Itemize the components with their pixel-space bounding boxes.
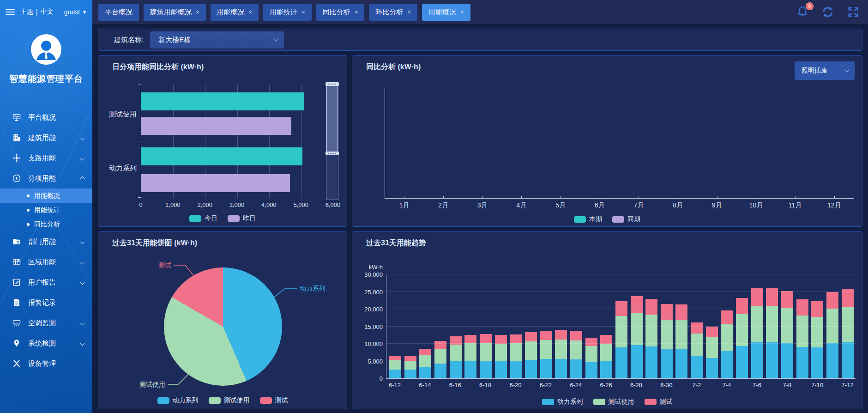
user-menu[interactable]: guest ▼ [64, 8, 87, 16]
sidebar-subitem-用能概况[interactable]: 用能概况 [0, 188, 92, 203]
segment-测试 [600, 335, 612, 344]
trend-bar-7-4[interactable] [721, 310, 733, 378]
legend-swatch [209, 397, 221, 404]
sidebar-item-平台概况[interactable]: 平台概况 [0, 107, 92, 128]
tab-环比分析[interactable]: 环比分析× [369, 4, 417, 21]
theme-label[interactable]: 主题 [20, 8, 33, 16]
trend-bar-7-7[interactable] [766, 288, 778, 378]
pie-chart[interactable] [164, 267, 282, 386]
segment-动力系列 [389, 370, 401, 379]
alarm-icon [12, 298, 21, 307]
x-slot: 7-6 [751, 382, 763, 389]
trend-bar-7-11[interactable] [826, 292, 838, 379]
datazoom-slider[interactable] [326, 84, 338, 200]
y-tick-label: 15,000 [364, 323, 383, 330]
trend-bar-6-22[interactable] [540, 331, 552, 379]
trend-bar-6-24[interactable] [570, 331, 582, 378]
tab-close-icon[interactable]: × [407, 9, 411, 16]
sidebar-item-label: 平台概况 [28, 113, 56, 122]
trend-bar-7-8[interactable] [781, 291, 793, 378]
x-slot [524, 382, 536, 389]
y-tick-label: 20,000 [364, 306, 383, 313]
trend-bar-6-26[interactable] [600, 335, 612, 378]
tab-平台概况[interactable]: 平台概况 [98, 4, 139, 21]
trend-bar-7-3[interactable] [706, 327, 718, 379]
tab-close-icon[interactable]: × [301, 9, 305, 16]
datazoom-handle-top[interactable] [326, 82, 339, 86]
trend-bar-7-1[interactable] [675, 304, 687, 378]
sidebar-item-部门用能[interactable]: 部门用能 [0, 231, 92, 252]
building-select[interactable]: 新大楼E栋 [150, 31, 284, 49]
legend-item[interactable]: 测试 [260, 396, 288, 405]
trend-bar-6-12[interactable] [389, 356, 401, 379]
notifications-button[interactable]: 0 [796, 6, 809, 18]
trend-bar-6-20[interactable] [510, 334, 522, 378]
legend-item[interactable]: 本期 [574, 215, 602, 224]
sidebar-subitem-同比分析[interactable]: 同比分析 [0, 217, 92, 231]
sidebar-menu: 平台概况建筑用能支路用能分项用能用能概况用能统计同比分析部门用能区域用能用户报告… [0, 107, 92, 374]
trend-bar-7-10[interactable] [811, 301, 823, 378]
trend-bar-6-23[interactable] [555, 330, 567, 378]
tab-close-icon[interactable]: × [460, 9, 464, 16]
segment-测试使用 [766, 306, 778, 342]
trend-bar-7-12[interactable] [842, 289, 854, 378]
menu-toggle-icon[interactable] [6, 9, 15, 15]
tab-建筑用能概况[interactable]: 建筑用能概况× [144, 4, 206, 21]
trend-bar-6-16[interactable] [450, 336, 462, 379]
tab-close-icon[interactable]: × [249, 9, 253, 16]
datazoom-handle-bottom[interactable] [326, 152, 339, 155]
trend-bar-7-5[interactable] [736, 298, 748, 378]
trend-bar-6-17[interactable] [464, 335, 476, 379]
trend-bar-7-9[interactable] [796, 299, 808, 378]
bar-昨日[interactable] [141, 117, 291, 135]
bar-今日[interactable] [141, 92, 304, 110]
category-select[interactable]: 照明插座 [795, 61, 855, 80]
x-tick-label: 6-14 [419, 382, 431, 389]
sidebar-item-建筑用能[interactable]: 建筑用能 [0, 128, 92, 148]
legend-item[interactable]: 测试使用 [209, 396, 250, 405]
sidebar-subitem-用能统计[interactable]: 用能统计 [0, 203, 92, 217]
legend-item[interactable]: 动力系列 [542, 398, 583, 406]
trend-bar-6-21[interactable] [525, 332, 537, 379]
sidebar-item-区域用能[interactable]: 区域用能 [0, 252, 92, 272]
legend-item[interactable]: 测试使用 [593, 398, 634, 406]
legend-item[interactable]: 昨日 [228, 214, 256, 223]
lang-label[interactable]: 中文 [41, 8, 54, 16]
legend-item[interactable]: 测试 [645, 398, 673, 406]
tab-用能概况[interactable]: 用能概况× [422, 4, 470, 21]
datazoom-selection[interactable] [326, 84, 338, 153]
trend-bar-6-29[interactable] [645, 299, 657, 379]
tab-用能概况[interactable]: 用能概况× [211, 4, 259, 21]
trend-bar-6-18[interactable] [480, 334, 492, 378]
trend-bar-6-13[interactable] [404, 356, 416, 378]
trend-bar-7-2[interactable] [691, 322, 703, 379]
sidebar-item-报警记录[interactable]: 报警记录 [0, 292, 92, 313]
theme-lang-switch[interactable]: 主题 | 中文 [20, 8, 54, 16]
tab-close-icon[interactable]: × [196, 9, 199, 16]
sidebar-item-设备管理[interactable]: 设备管理 [0, 353, 92, 374]
trend-bar-6-30[interactable] [661, 304, 673, 378]
trend-bar-6-27[interactable] [615, 301, 627, 378]
sidebar-item-支路用能[interactable]: 支路用能 [0, 148, 92, 168]
sidebar-item-用户报告[interactable]: 用户报告 [0, 272, 92, 292]
bar-今日[interactable] [141, 147, 302, 165]
trend-bar-6-15[interactable] [434, 341, 446, 378]
refresh-button[interactable] [821, 5, 835, 19]
avatar[interactable] [31, 34, 61, 65]
trend-bar-6-14[interactable] [419, 349, 431, 378]
trend-bar-7-6[interactable] [751, 288, 763, 378]
legend-item[interactable]: 动力系列 [157, 396, 199, 405]
tab-同比分析[interactable]: 同比分析× [316, 4, 365, 21]
legend-item[interactable]: 今日 [189, 214, 217, 223]
tab-用能统计[interactable]: 用能统计× [263, 4, 312, 21]
x-tick-label: 7月 [619, 201, 658, 210]
hvac-icon [12, 318, 21, 328]
bar-昨日[interactable] [141, 174, 290, 192]
sidebar-item-系统检测[interactable]: 系统检测 [0, 333, 92, 353]
legend-item[interactable]: 同期 [612, 215, 640, 224]
fullscreen-button[interactable] [847, 6, 860, 18]
trend-bar-6-19[interactable] [495, 335, 507, 379]
sidebar-item-分项用能[interactable]: 分项用能 [0, 168, 92, 188]
sidebar-item-空调监测[interactable]: 空调监测 [0, 313, 92, 333]
tab-close-icon[interactable]: × [355, 9, 358, 16]
